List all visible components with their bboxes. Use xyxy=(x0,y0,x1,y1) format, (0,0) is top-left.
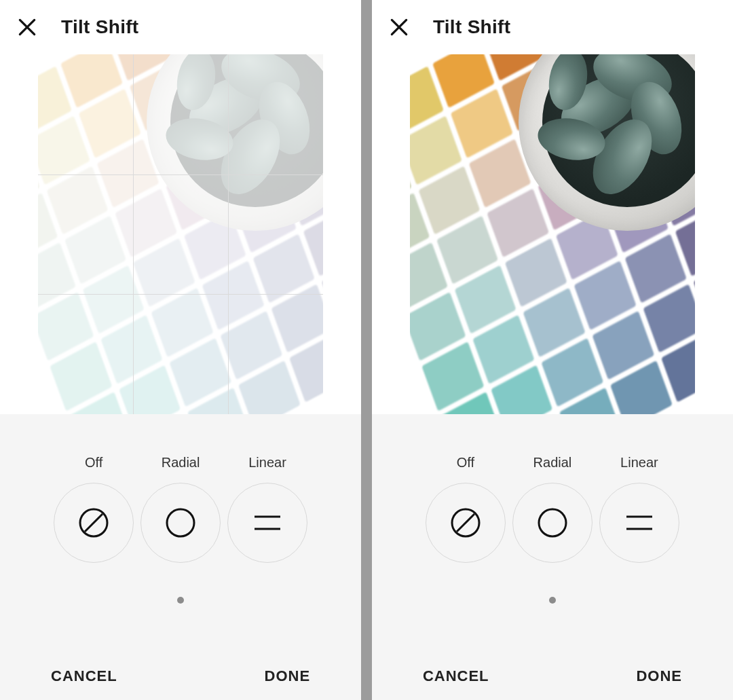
linear-icon xyxy=(622,506,656,540)
photo-preview[interactable] xyxy=(410,54,695,414)
option-label: Radial xyxy=(162,455,200,471)
svg-point-7 xyxy=(539,509,566,536)
header: Tilt Shift xyxy=(372,0,733,54)
tilt-shift-options: Off Radial Linear xyxy=(426,455,679,563)
option-label: Linear xyxy=(248,455,286,471)
svg-point-2 xyxy=(167,509,194,536)
comparison-container: Tilt Shift Off xyxy=(0,0,733,700)
screen-divider xyxy=(361,0,372,700)
off-icon xyxy=(77,506,111,540)
option-circle xyxy=(599,483,679,563)
option-label: Off xyxy=(457,455,474,471)
option-circle xyxy=(54,483,134,563)
photo-plant-pot xyxy=(147,54,323,231)
radial-icon xyxy=(535,506,569,540)
option-circle xyxy=(140,483,221,563)
screen-left: Tilt Shift Off xyxy=(0,0,361,700)
page-indicator-dot xyxy=(549,597,556,604)
close-icon xyxy=(388,16,410,38)
svg-line-1 xyxy=(85,514,102,532)
option-label: Linear xyxy=(620,455,658,471)
option-circle xyxy=(227,483,307,563)
photo-area xyxy=(372,54,733,414)
linear-icon xyxy=(250,506,284,540)
option-linear[interactable]: Linear xyxy=(227,455,307,563)
done-button[interactable]: DONE xyxy=(265,667,311,685)
option-circle xyxy=(426,483,506,563)
header: Tilt Shift xyxy=(0,0,361,54)
option-label: Off xyxy=(85,455,102,471)
cancel-button[interactable]: CANCEL xyxy=(51,667,117,685)
photo-preview[interactable] xyxy=(38,54,323,414)
page-title: Tilt Shift xyxy=(61,16,138,38)
done-button[interactable]: DONE xyxy=(636,667,682,685)
photo-area xyxy=(0,54,361,414)
option-radial[interactable]: Radial xyxy=(512,455,593,563)
cancel-button[interactable]: CANCEL xyxy=(423,667,489,685)
option-circle xyxy=(512,483,593,563)
option-linear[interactable]: Linear xyxy=(599,455,679,563)
rule-of-thirds-grid xyxy=(38,54,323,414)
controls-panel: Off Radial Linear xyxy=(0,414,361,700)
tilt-shift-options: Off Radial Linear xyxy=(54,455,307,563)
option-radial[interactable]: Radial xyxy=(140,455,221,563)
close-button[interactable] xyxy=(14,14,41,41)
close-icon xyxy=(16,16,38,38)
option-off[interactable]: Off xyxy=(426,455,506,563)
option-off[interactable]: Off xyxy=(54,455,134,563)
page-title: Tilt Shift xyxy=(433,16,510,38)
photo-background-tiles xyxy=(38,54,323,414)
option-label: Radial xyxy=(533,455,572,471)
close-button[interactable] xyxy=(386,14,413,41)
off-icon xyxy=(449,506,483,540)
radial-icon xyxy=(164,506,198,540)
footer-actions: CANCEL DONE xyxy=(372,667,733,685)
controls-panel: Off Radial Linear xyxy=(372,414,733,700)
screen-right: Tilt Shift Off xyxy=(372,0,733,700)
svg-line-6 xyxy=(457,514,474,532)
photo-plant-pot xyxy=(519,54,695,231)
footer-actions: CANCEL DONE xyxy=(0,667,361,685)
page-indicator-dot xyxy=(177,597,184,604)
